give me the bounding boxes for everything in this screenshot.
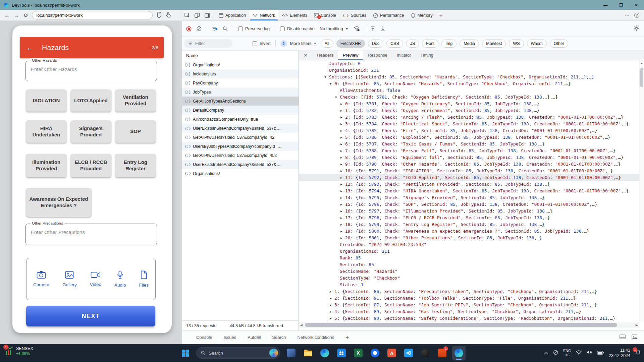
wifi-icon[interactable]	[576, 350, 582, 356]
tab-sources[interactable]: { }Sources	[339, 10, 370, 20]
taskbar-app-office[interactable]: 1	[435, 346, 449, 360]
json-tree-line[interactable]: ▶20: {Id: 5801, Check: "Other Precaution…	[299, 235, 639, 241]
detail-tab-headers[interactable]: Headers	[312, 50, 338, 60]
invert-checkbox[interactable]: Invert	[253, 41, 271, 46]
json-tree-line[interactable]: ▼0: {SectionId: 85, SectionName: "Hazard…	[299, 80, 639, 87]
json-tree-line[interactable]: ▶7: {Id: 5788, Check: "Person Fall", Sec…	[299, 147, 639, 154]
filter-pill-other[interactable]: Other	[550, 40, 568, 48]
hazard-button-entry-log-register[interactable]: Entry Log Register	[115, 154, 156, 177]
request-row[interactable]: {;}DefaultCompany	[182, 106, 299, 115]
request-row[interactable]: {;}UsersByJobTypesAndCompany?companyId=…	[182, 142, 299, 151]
json-tree-line[interactable]: SectionType: "Checkbox"	[299, 275, 639, 282]
drawer-tab-network-conditions[interactable]: Network conditions	[298, 335, 334, 340]
collapsed-arrow-icon[interactable]: ▶	[340, 107, 345, 114]
request-filter-input[interactable]: Filter	[184, 39, 232, 48]
throttling-dropdown[interactable]: No throttling▼	[320, 26, 348, 31]
tab-application[interactable]: Application	[215, 10, 249, 20]
back-icon[interactable]: ←	[4, 13, 10, 18]
gallery-button[interactable]: Gallery	[62, 271, 77, 287]
other-precautions-field[interactable]: Other Precautions Enter Other Precaution…	[25, 224, 157, 245]
json-tree-line[interactable]: Status: 1	[299, 282, 639, 288]
collapsed-arrow-icon[interactable]: ▶	[340, 121, 345, 127]
json-tree-line[interactable]: ▶6: {Id: 5787, Check: "Toxic Gases / Fum…	[299, 141, 639, 147]
collapsed-arrow-icon[interactable]: ▶	[330, 315, 334, 322]
collapsed-arrow-icon[interactable]: ▶	[330, 308, 334, 315]
json-tree-line[interactable]: ▶5: {SectionId: 90, SectionName: "Safety…	[299, 315, 639, 322]
json-tree-line[interactable]: ▶9: {Id: 5790, Check: "Other Hazards", S…	[299, 161, 639, 168]
taskbar-app-app-a[interactable]: A	[385, 346, 398, 360]
taskbar-app-file-explorer[interactable]	[301, 346, 315, 360]
touch-mode-icon[interactable]	[166, 12, 171, 19]
tab-memory[interactable]: Memory	[408, 10, 436, 20]
filter-pill-doc[interactable]: Doc	[368, 40, 383, 48]
request-row[interactable]: {;}Organisations/	[182, 169, 299, 178]
export-har-icon[interactable]	[380, 26, 385, 32]
request-row[interactable]: {;}GetAllPtwUsers?siteId=537&companyId=4…	[182, 133, 299, 142]
dock-side-icon[interactable]	[202, 10, 212, 20]
json-tree-line[interactable]: ▶18: {Id: 5799, Check: "Entry Log Regist…	[299, 221, 639, 228]
json-tree-line[interactable]: ▼Checks: [{Id: 5781, Check: "Oxygen Defi…	[299, 94, 639, 101]
json-tree-line[interactable]: Rank: 85	[299, 255, 639, 261]
taskbar-app-copilot[interactable]	[419, 346, 432, 360]
preserve-log-checkbox[interactable]: Preserve log	[238, 26, 270, 31]
json-tree-line[interactable]: ▶0: {Id: 5781, Check: "Oxygen Deficiency…	[299, 101, 639, 107]
detail-tab-initiator[interactable]: Initiator	[392, 50, 416, 60]
json-tree-line[interactable]: SectionName: "Hazards"	[299, 268, 639, 275]
hazard-button-signage-s-provided[interactable]: Signage's Provided	[71, 120, 111, 143]
request-row[interactable]: {;}GetAllJobTypesAndSections	[182, 97, 299, 106]
hazard-button-illumination-provided[interactable]: Illumination Provided	[26, 154, 66, 177]
hazard-button-isolation[interactable]: ISOLATION	[26, 89, 66, 112]
request-row[interactable]: {;}UserExistsInSiteAndCompany?&siteId=53…	[182, 160, 299, 169]
collapsed-arrow-icon[interactable]: ▶	[340, 228, 345, 235]
collapsed-arrow-icon[interactable]: ▶	[340, 101, 345, 107]
restore-button[interactable]: ❐	[613, 0, 629, 10]
reload-icon[interactable]: ⟳	[24, 13, 28, 18]
drawer-tab-autofill[interactable]: Autofill	[248, 335, 261, 340]
help-icon[interactable]: ?	[634, 13, 639, 18]
network-conditions-icon[interactable]	[354, 26, 360, 32]
json-tree-line[interactable]: ▶16: {Id: 5797, Check: "Illumination Pro…	[299, 208, 639, 215]
collapsed-arrow-icon[interactable]: ▶	[340, 134, 345, 141]
tray-chevron-icon[interactable]	[544, 350, 548, 356]
collapsed-arrow-icon[interactable]: ▶	[340, 194, 345, 201]
json-tree-line[interactable]: ▶10: {Id: 5791, Check: "ISOLATION", Sect…	[299, 168, 639, 174]
filter-pill-wasm[interactable]: Wasm	[527, 40, 547, 48]
expanded-arrow-icon[interactable]: ▼	[335, 94, 340, 101]
collapsed-arrow-icon[interactable]: ▶	[340, 201, 345, 208]
collapsed-arrow-icon[interactable]: ▶	[330, 302, 334, 308]
tab-console[interactable]: Console×	[311, 10, 339, 20]
scroll-left-icon[interactable]: ◀	[300, 322, 303, 328]
json-tree-line[interactable]: CreatedOn: "2024-09-03T04:23:54Z"	[299, 241, 639, 248]
json-tree-line[interactable]: ▶15: {Id: 5796, Check: "SOP", SectionId:…	[299, 201, 639, 208]
disable-cache-checkbox[interactable]: Disable cache	[280, 26, 315, 31]
expanded-arrow-icon[interactable]: ▼	[330, 80, 334, 87]
json-tree-line[interactable]: ▶11: {Id: 5792, Check: "LOTO Applied", S…	[299, 174, 639, 181]
detail-tab-timing[interactable]: Timing	[416, 50, 438, 60]
detail-tab-response[interactable]: Response	[363, 50, 392, 60]
json-tree-line[interactable]: ▶13: {Id: 5794, Check: "HIRA Undertaken"…	[299, 188, 639, 194]
taskbar-app-excel[interactable]: X	[352, 346, 365, 360]
hazard-button-hira-undertaken[interactable]: HIRA Undertaken	[26, 120, 66, 143]
collapsed-arrow-icon[interactable]: ▶	[340, 141, 345, 147]
request-row[interactable]: {;}JobTypes	[182, 87, 299, 97]
collapsed-arrow-icon[interactable]: ▶	[340, 215, 345, 221]
tab-performance[interactable]: Performance	[370, 10, 408, 20]
next-button[interactable]: NEXT	[26, 306, 155, 326]
mouse-mode-icon[interactable]	[157, 12, 162, 19]
horizontal-scroll-thumb[interactable]	[305, 323, 617, 327]
hazard-button-sop[interactable]: SOP	[115, 120, 156, 143]
request-row[interactable]: {;}All?contractorCompaniesOnly=true	[182, 115, 299, 124]
taskbar-search[interactable]: Search	[196, 347, 280, 359]
vertical-scrollbar[interactable]: ▲	[639, 60, 644, 322]
json-tree-line[interactable]: JobTypeId: 0	[299, 60, 639, 67]
settings-gear-icon[interactable]	[634, 25, 639, 32]
taskbar-app-edge[interactable]	[318, 346, 331, 360]
clear-icon[interactable]	[197, 26, 202, 31]
json-tree-line[interactable]: ▶5: {Id: 5786, Check: "Explosion", Secti…	[299, 134, 639, 141]
drawer-dock-icon[interactable]	[620, 335, 626, 340]
taskbar-app-microsoft-store[interactable]	[335, 346, 348, 360]
request-table-name-header[interactable]: Name	[182, 50, 299, 60]
json-tree-line[interactable]: SectionId: 85	[299, 261, 639, 268]
audio-button[interactable]: Audio	[114, 270, 126, 288]
drawer-tab-search[interactable]: Search	[272, 335, 286, 340]
